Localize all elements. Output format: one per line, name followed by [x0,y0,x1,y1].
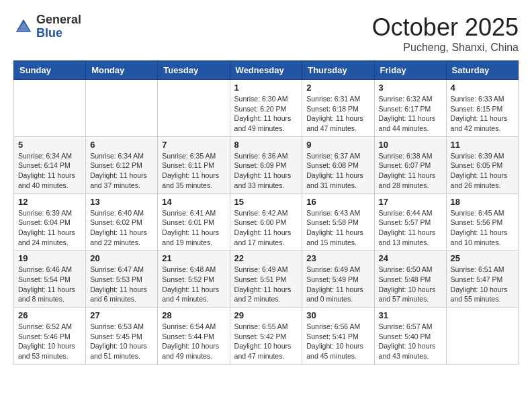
day-cell-13: 13Sunrise: 6:40 AM Sunset: 6:02 PM Dayli… [86,193,158,250]
empty-cell [14,80,86,137]
day-info: Sunrise: 6:31 AM Sunset: 6:18 PM Dayligh… [306,94,369,134]
day-number: 17 [379,197,442,207]
day-number: 31 [379,310,442,320]
day-info: Sunrise: 6:50 AM Sunset: 5:48 PM Dayligh… [379,265,442,304]
day-cell-11: 11Sunrise: 6:39 AM Sunset: 6:05 PM Dayli… [446,136,518,193]
day-info: Sunrise: 6:35 AM Sunset: 6:11 PM Dayligh… [162,151,225,191]
logo-general: General [36,13,81,26]
day-number: 25 [451,253,514,263]
day-number: 9 [306,140,369,150]
page-header: General Blue October 2025 Pucheng, Shanx… [13,13,519,54]
logo-icon [13,17,34,37]
day-info: Sunrise: 6:55 AM Sunset: 5:42 PM Dayligh… [234,322,298,361]
day-number: 22 [234,253,298,263]
day-cell-30: 30Sunrise: 6:56 AM Sunset: 5:41 PM Dayli… [302,308,374,365]
day-number: 13 [90,197,153,207]
day-cell-26: 26Sunrise: 6:52 AM Sunset: 5:46 PM Dayli… [14,308,86,365]
title-block: October 2025 Pucheng, Shanxi, China [372,13,519,54]
day-number: 23 [306,253,369,263]
logo-text: General Blue [36,13,81,40]
day-cell-17: 17Sunrise: 6:44 AM Sunset: 5:57 PM Dayli… [374,193,446,250]
day-cell-20: 20Sunrise: 6:47 AM Sunset: 5:53 PM Dayli… [86,250,158,308]
day-cell-6: 6Sunrise: 6:34 AM Sunset: 6:12 PM Daylig… [86,136,158,193]
day-cell-1: 1Sunrise: 6:30 AM Sunset: 6:20 PM Daylig… [230,80,302,137]
day-info: Sunrise: 6:38 AM Sunset: 6:07 PM Dayligh… [379,151,442,191]
day-info: Sunrise: 6:40 AM Sunset: 6:02 PM Dayligh… [90,208,153,248]
day-number: 24 [379,253,442,263]
day-info: Sunrise: 6:39 AM Sunset: 6:05 PM Dayligh… [451,151,514,191]
day-cell-23: 23Sunrise: 6:49 AM Sunset: 5:49 PM Dayli… [302,250,374,308]
day-info: Sunrise: 6:42 AM Sunset: 6:00 PM Dayligh… [234,208,298,248]
week-row-2: 5Sunrise: 6:34 AM Sunset: 6:14 PM Daylig… [14,136,519,193]
day-number: 18 [451,197,514,207]
day-number: 20 [90,253,153,263]
empty-cell [86,80,158,137]
day-cell-16: 16Sunrise: 6:43 AM Sunset: 5:58 PM Dayli… [302,193,374,250]
location: Pucheng, Shanxi, China [372,42,519,54]
day-info: Sunrise: 6:36 AM Sunset: 6:09 PM Dayligh… [234,151,298,191]
logo-blue: Blue [36,26,62,40]
day-number: 2 [306,83,369,93]
weekday-header-wednesday: Wednesday [230,61,302,80]
day-cell-4: 4Sunrise: 6:33 AM Sunset: 6:15 PM Daylig… [446,80,518,137]
day-info: Sunrise: 6:44 AM Sunset: 5:57 PM Dayligh… [379,208,442,248]
day-info: Sunrise: 6:53 AM Sunset: 5:45 PM Dayligh… [90,322,153,361]
day-cell-2: 2Sunrise: 6:31 AM Sunset: 6:18 PM Daylig… [302,80,374,137]
day-info: Sunrise: 6:41 AM Sunset: 6:01 PM Dayligh… [162,208,225,248]
day-info: Sunrise: 6:32 AM Sunset: 6:17 PM Dayligh… [379,94,442,134]
day-number: 30 [306,310,369,320]
day-info: Sunrise: 6:37 AM Sunset: 6:08 PM Dayligh… [306,151,369,191]
day-cell-15: 15Sunrise: 6:42 AM Sunset: 6:00 PM Dayli… [230,193,302,250]
week-row-3: 12Sunrise: 6:39 AM Sunset: 6:04 PM Dayli… [14,193,519,250]
day-number: 15 [234,197,298,207]
day-number: 27 [90,310,153,320]
day-cell-9: 9Sunrise: 6:37 AM Sunset: 6:08 PM Daylig… [302,136,374,193]
weekday-header-sunday: Sunday [14,61,86,80]
day-cell-24: 24Sunrise: 6:50 AM Sunset: 5:48 PM Dayli… [374,250,446,308]
day-cell-25: 25Sunrise: 6:51 AM Sunset: 5:47 PM Dayli… [446,250,518,308]
weekday-header-saturday: Saturday [446,61,518,80]
day-number: 16 [306,197,369,207]
day-cell-14: 14Sunrise: 6:41 AM Sunset: 6:01 PM Dayli… [158,193,230,250]
day-cell-28: 28Sunrise: 6:54 AM Sunset: 5:44 PM Dayli… [158,308,230,365]
week-row-4: 19Sunrise: 6:46 AM Sunset: 5:54 PM Dayli… [14,250,519,308]
weekday-header-tuesday: Tuesday [158,61,230,80]
day-info: Sunrise: 6:43 AM Sunset: 5:58 PM Dayligh… [306,208,369,248]
day-number: 6 [90,140,153,150]
day-info: Sunrise: 6:49 AM Sunset: 5:51 PM Dayligh… [234,265,298,304]
day-number: 5 [18,140,81,150]
day-number: 21 [162,253,225,263]
day-info: Sunrise: 6:51 AM Sunset: 5:47 PM Dayligh… [451,265,514,304]
day-number: 14 [162,197,225,207]
day-info: Sunrise: 6:56 AM Sunset: 5:41 PM Dayligh… [306,322,369,361]
day-number: 3 [379,83,442,93]
day-cell-8: 8Sunrise: 6:36 AM Sunset: 6:09 PM Daylig… [230,136,302,193]
day-number: 10 [379,140,442,150]
logo: General Blue [13,13,81,40]
day-cell-7: 7Sunrise: 6:35 AM Sunset: 6:11 PM Daylig… [158,136,230,193]
day-info: Sunrise: 6:52 AM Sunset: 5:46 PM Dayligh… [18,322,81,361]
day-cell-18: 18Sunrise: 6:45 AM Sunset: 5:56 PM Dayli… [446,193,518,250]
week-row-1: 1Sunrise: 6:30 AM Sunset: 6:20 PM Daylig… [14,80,519,137]
day-info: Sunrise: 6:54 AM Sunset: 5:44 PM Dayligh… [162,322,225,361]
calendar: SundayMondayTuesdayWednesdayThursdayFrid… [13,60,519,365]
day-info: Sunrise: 6:46 AM Sunset: 5:54 PM Dayligh… [18,265,81,304]
day-number: 7 [162,140,225,150]
day-cell-5: 5Sunrise: 6:34 AM Sunset: 6:14 PM Daylig… [14,136,86,193]
day-info: Sunrise: 6:34 AM Sunset: 6:12 PM Dayligh… [90,151,153,191]
weekday-header-friday: Friday [374,61,446,80]
day-cell-22: 22Sunrise: 6:49 AM Sunset: 5:51 PM Dayli… [230,250,302,308]
day-number: 28 [162,310,225,320]
day-cell-31: 31Sunrise: 6:57 AM Sunset: 5:40 PM Dayli… [374,308,446,365]
day-info: Sunrise: 6:30 AM Sunset: 6:20 PM Dayligh… [234,94,298,134]
day-number: 1 [234,83,298,93]
day-info: Sunrise: 6:49 AM Sunset: 5:49 PM Dayligh… [306,265,369,304]
day-cell-12: 12Sunrise: 6:39 AM Sunset: 6:04 PM Dayli… [14,193,86,250]
day-info: Sunrise: 6:34 AM Sunset: 6:14 PM Dayligh… [18,151,81,191]
week-row-5: 26Sunrise: 6:52 AM Sunset: 5:46 PM Dayli… [14,308,519,365]
day-cell-29: 29Sunrise: 6:55 AM Sunset: 5:42 PM Dayli… [230,308,302,365]
day-number: 12 [18,197,81,207]
day-number: 4 [451,83,514,93]
day-cell-21: 21Sunrise: 6:48 AM Sunset: 5:52 PM Dayli… [158,250,230,308]
day-info: Sunrise: 6:47 AM Sunset: 5:53 PM Dayligh… [90,265,153,304]
